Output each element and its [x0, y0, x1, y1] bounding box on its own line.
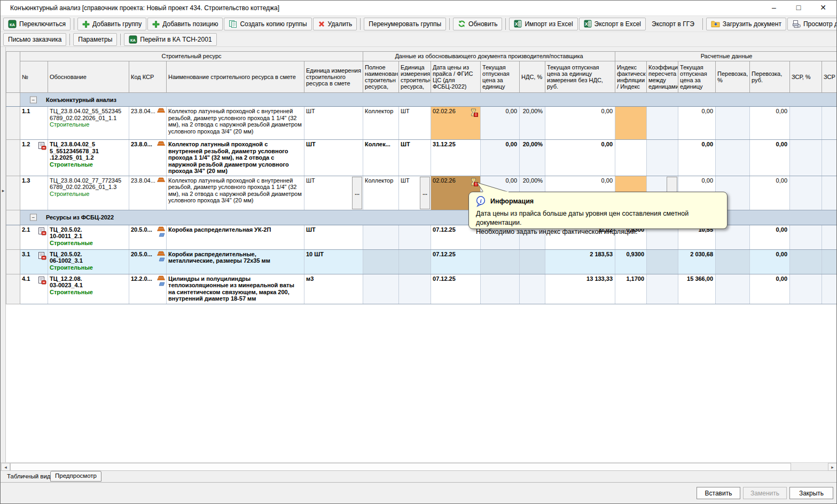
unit-picker-button[interactable]: ...	[420, 177, 430, 209]
column-header-index[interactable]: Индекс фактическ инфляции / Индекс	[615, 61, 647, 93]
toolbar-button-0[interactable]: КАПереключиться	[3, 18, 71, 30]
cell-tr_rub-4.1[interactable]: 0,00	[750, 274, 790, 304]
column-header-zsr_pct[interactable]: ЗСР, %	[790, 61, 822, 93]
cell-unit_est-4.1[interactable]: м3	[304, 274, 363, 304]
row-header-cell[interactable]	[6, 249, 20, 274]
cell-date-1.1[interactable]: 02.02.26!	[431, 107, 481, 140]
scrollbar-thumb[interactable]	[10, 463, 791, 471]
cell-coef-1.2[interactable]	[647, 140, 678, 176]
cell-just-3.1[interactable]: ТЦ_20.5.02. 06-1002_3.1Строительные	[48, 249, 129, 274]
cell-price2-1.1[interactable]: 0,00	[678, 107, 716, 140]
cell-vat-4.1[interactable]	[520, 274, 545, 304]
cell-unit-2.1[interactable]	[399, 225, 431, 249]
cell-novat-4.1[interactable]: 13 133,33	[545, 274, 615, 304]
cell-tr_rub-1.1[interactable]: 0,00	[750, 107, 790, 140]
cell-just-1.2[interactable]: ТЦ_23.8.04.02_5 5_5512345678_31 .12.2025…	[48, 140, 129, 176]
cell-name-1.2[interactable]: Коллектор латунный проходной с внутренне…	[167, 140, 304, 176]
cell-num-3.1[interactable]: 3.1	[20, 249, 48, 274]
cell-zsr-3.1[interactable]	[822, 249, 837, 274]
cell-ksr-3.1[interactable]: 20.5.0...	[129, 249, 167, 274]
cell-price2-3.1[interactable]: 2 030,68	[678, 249, 716, 274]
cell-zsr-1.1[interactable]	[822, 107, 837, 140]
cell-novat-3.1[interactable]: 2 183,53	[545, 249, 615, 274]
cell-index-3.1[interactable]: 0,9300	[615, 249, 647, 274]
cell-price-4.1[interactable]	[481, 274, 520, 304]
splitter-expand-icon[interactable]: ▸	[1, 186, 6, 195]
column-header-unit_est[interactable]: Единица измерения строительного ресурса …	[304, 61, 363, 93]
cell-price2-4.1[interactable]: 15 366,00	[678, 274, 716, 304]
cell-num-1.2[interactable]: 1.2	[20, 140, 48, 176]
cell-vat-1.2[interactable]: 20,00%	[520, 140, 545, 176]
cell-zsr-4.1[interactable]	[822, 274, 837, 304]
toolbar-button-12[interactable]: XЭкспорт в Excel	[579, 18, 646, 30]
cell-just-1.1[interactable]: ТЦ_23.8.04.02_55_552345 6789_02.02.2026_…	[48, 107, 129, 140]
cell-full-2.1[interactable]	[363, 225, 399, 249]
cell-num-4.1[interactable]: 4.1	[20, 274, 48, 304]
cell-price-1.2[interactable]: 0,00	[481, 140, 520, 176]
row-header-cell[interactable]	[6, 107, 20, 140]
cell-full-1.2[interactable]: Коллек...	[363, 140, 399, 176]
column-header-name[interactable]: Наименование строительного ресурса в сме…	[167, 61, 304, 93]
column-header-date[interactable]: Дата цены из прайса / ФГИС ЦС (для ФСБЦ-…	[431, 61, 481, 93]
replace-button[interactable]: Заменить	[743, 487, 787, 499]
cell-num-2.1[interactable]: 2.1	[20, 225, 48, 249]
cell-tr_rub-2.1[interactable]: 0,00	[750, 225, 790, 249]
collapse-group-icon[interactable]: −	[30, 96, 37, 103]
cell-tr_pct-1.1[interactable]	[716, 107, 750, 140]
column-header-price2[interactable]: Текущая отпускная цена за единицу	[678, 61, 716, 93]
column-header-tr_pct[interactable]: Перевозка, %	[716, 61, 750, 93]
minimize-button[interactable]: –	[762, 1, 786, 15]
cell-ksr-1.1[interactable]: 23.8.04...	[129, 107, 167, 140]
cell-ksr-4.1[interactable]: 12.2.0...	[129, 274, 167, 304]
cell-vat-1.1[interactable]: 20,00%	[520, 107, 545, 140]
cell-just-4.1[interactable]: ТЦ_12.2.08. 03-0023_4.1Строительные	[48, 274, 129, 304]
toolbar-button-16[interactable]: Просмотр документа	[787, 18, 837, 30]
toolbar-button-15[interactable]: Загрузить документ	[706, 18, 786, 30]
cell-tr_pct-3.1[interactable]	[716, 249, 750, 274]
unit-picker-button[interactable]: ...	[352, 177, 362, 209]
toolbar-button-0[interactable]: Письмо заказчика	[3, 33, 66, 46]
cell-tr_pct-1.2[interactable]	[716, 140, 750, 176]
toolbar-button-3[interactable]: Добавить позицию	[147, 18, 223, 30]
cell-name-2.1[interactable]: Коробка распределительная УК-2П	[167, 225, 304, 249]
tab-table-view[interactable]: Табличный вид	[3, 471, 55, 482]
maximize-button[interactable]: □	[786, 1, 811, 15]
row-header-cell[interactable]	[6, 176, 20, 210]
cell-just-1.3[interactable]: ТЦ_23.8.04.02_77_772345 6789_02.02.2026_…	[48, 176, 129, 210]
cell-price-3.1[interactable]	[481, 249, 520, 274]
cell-name-3.1[interactable]: Коробки распределительные, металлические…	[167, 249, 304, 274]
cell-date-4.1[interactable]: 07.12.25	[431, 274, 481, 304]
cell-unit-1.3[interactable]: ШТ...	[399, 176, 431, 210]
row-header-cell[interactable]	[6, 274, 20, 304]
cell-vat-3.1[interactable]	[520, 249, 545, 274]
cell-zsr_pct-1.3[interactable]	[790, 176, 822, 210]
cell-zsr_pct-2.1[interactable]	[790, 225, 822, 249]
cell-name-1.1[interactable]: Коллектор латунный проходной с внутренне…	[167, 107, 304, 140]
cell-unit-1.1[interactable]: ШТ	[399, 107, 431, 140]
row-header-cell[interactable]	[6, 140, 20, 176]
scroll-right-icon[interactable]: ▸	[828, 463, 837, 471]
column-header-zsr[interactable]: ЗСР	[822, 61, 837, 93]
cell-tr_rub-1.2[interactable]: 0,00	[750, 140, 790, 176]
toolbar-button-4[interactable]: КАПерейти в КА ТСН-2001	[124, 33, 216, 46]
cell-zsr-1.3[interactable]	[822, 176, 837, 210]
toolbar-button-2[interactable]: Параметры	[73, 33, 117, 46]
cell-novat-1.2[interactable]: 0,00	[545, 140, 615, 176]
column-header-full[interactable]: Полное наименован строительн ресурса,	[363, 61, 399, 93]
cell-tr_rub-1.3[interactable]: 0,00	[750, 176, 790, 210]
cell-num-1.3[interactable]: 1.3	[20, 176, 48, 210]
cell-unit-4.1[interactable]	[399, 274, 431, 304]
cell-unit_est-2.1[interactable]: ШТ	[304, 225, 363, 249]
cell-novat-1.1[interactable]: 0,00	[545, 107, 615, 140]
cell-coef-1.1[interactable]	[647, 107, 678, 140]
toolbar-button-5[interactable]: Удалить	[313, 18, 357, 30]
cell-full-3.1[interactable]	[363, 249, 399, 274]
close-button[interactable]: Закрыть	[789, 487, 833, 499]
column-header-vat[interactable]: НДС, %	[520, 61, 545, 93]
column-header-novat[interactable]: Текущая отпускная цена за единицу измере…	[545, 61, 615, 93]
cell-unit-3.1[interactable]	[399, 249, 431, 274]
toolbar-button-4[interactable]: Создать копию группы	[224, 18, 311, 30]
cell-index-4.1[interactable]: 1,1700	[615, 274, 647, 304]
cell-date-1.2[interactable]: 31.12.25	[431, 140, 481, 176]
tab-preview[interactable]: Предпросмотр	[50, 471, 101, 482]
